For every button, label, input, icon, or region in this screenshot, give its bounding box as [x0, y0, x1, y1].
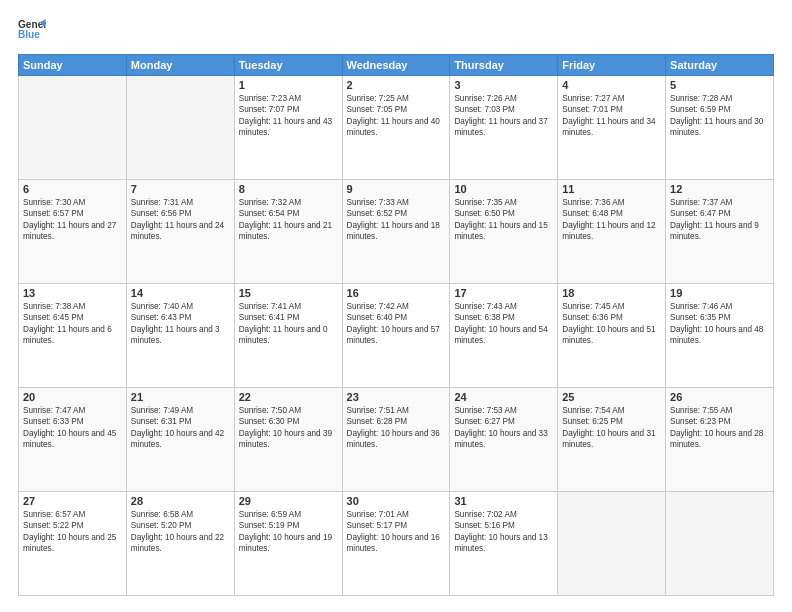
day-cell: 17Sunrise: 7:43 AMSunset: 6:38 PMDayligh… — [450, 284, 558, 388]
day-info: Sunrise: 7:41 AMSunset: 6:41 PMDaylight:… — [239, 301, 338, 347]
day-number: 7 — [131, 183, 230, 195]
day-number: 28 — [131, 495, 230, 507]
day-info: Sunrise: 7:40 AMSunset: 6:43 PMDaylight:… — [131, 301, 230, 347]
calendar: SundayMondayTuesdayWednesdayThursdayFrid… — [18, 54, 774, 596]
day-cell: 9Sunrise: 7:33 AMSunset: 6:52 PMDaylight… — [342, 180, 450, 284]
day-cell: 13Sunrise: 7:38 AMSunset: 6:45 PMDayligh… — [19, 284, 127, 388]
day-cell: 21Sunrise: 7:49 AMSunset: 6:31 PMDayligh… — [126, 388, 234, 492]
day-number: 31 — [454, 495, 553, 507]
day-cell: 2Sunrise: 7:25 AMSunset: 7:05 PMDaylight… — [342, 76, 450, 180]
day-number: 4 — [562, 79, 661, 91]
day-number: 29 — [239, 495, 338, 507]
day-info: Sunrise: 7:32 AMSunset: 6:54 PMDaylight:… — [239, 197, 338, 243]
weekday-friday: Friday — [558, 55, 666, 76]
day-cell: 28Sunrise: 6:58 AMSunset: 5:20 PMDayligh… — [126, 492, 234, 596]
day-number: 17 — [454, 287, 553, 299]
header: General Blue — [18, 16, 774, 44]
day-info: Sunrise: 7:27 AMSunset: 7:01 PMDaylight:… — [562, 93, 661, 139]
day-info: Sunrise: 7:28 AMSunset: 6:59 PMDaylight:… — [670, 93, 769, 139]
day-info: Sunrise: 7:49 AMSunset: 6:31 PMDaylight:… — [131, 405, 230, 451]
day-cell: 18Sunrise: 7:45 AMSunset: 6:36 PMDayligh… — [558, 284, 666, 388]
day-info: Sunrise: 7:37 AMSunset: 6:47 PMDaylight:… — [670, 197, 769, 243]
day-number: 18 — [562, 287, 661, 299]
day-cell: 22Sunrise: 7:50 AMSunset: 6:30 PMDayligh… — [234, 388, 342, 492]
day-number: 9 — [347, 183, 446, 195]
weekday-tuesday: Tuesday — [234, 55, 342, 76]
day-info: Sunrise: 7:01 AMSunset: 5:17 PMDaylight:… — [347, 509, 446, 555]
day-number: 30 — [347, 495, 446, 507]
day-info: Sunrise: 7:46 AMSunset: 6:35 PMDaylight:… — [670, 301, 769, 347]
week-row-3: 13Sunrise: 7:38 AMSunset: 6:45 PMDayligh… — [19, 284, 774, 388]
day-cell: 19Sunrise: 7:46 AMSunset: 6:35 PMDayligh… — [666, 284, 774, 388]
weekday-saturday: Saturday — [666, 55, 774, 76]
day-number: 26 — [670, 391, 769, 403]
day-number: 16 — [347, 287, 446, 299]
day-cell: 4Sunrise: 7:27 AMSunset: 7:01 PMDaylight… — [558, 76, 666, 180]
day-cell: 20Sunrise: 7:47 AMSunset: 6:33 PMDayligh… — [19, 388, 127, 492]
day-cell: 10Sunrise: 7:35 AMSunset: 6:50 PMDayligh… — [450, 180, 558, 284]
weekday-monday: Monday — [126, 55, 234, 76]
day-cell: 11Sunrise: 7:36 AMSunset: 6:48 PMDayligh… — [558, 180, 666, 284]
day-number: 6 — [23, 183, 122, 195]
logo-icon: General Blue — [18, 16, 46, 44]
day-number: 1 — [239, 79, 338, 91]
day-cell: 16Sunrise: 7:42 AMSunset: 6:40 PMDayligh… — [342, 284, 450, 388]
day-number: 8 — [239, 183, 338, 195]
day-cell: 14Sunrise: 7:40 AMSunset: 6:43 PMDayligh… — [126, 284, 234, 388]
day-number: 5 — [670, 79, 769, 91]
day-number: 15 — [239, 287, 338, 299]
day-number: 10 — [454, 183, 553, 195]
day-number: 24 — [454, 391, 553, 403]
day-info: Sunrise: 7:42 AMSunset: 6:40 PMDaylight:… — [347, 301, 446, 347]
day-info: Sunrise: 7:47 AMSunset: 6:33 PMDaylight:… — [23, 405, 122, 451]
day-info: Sunrise: 6:59 AMSunset: 5:19 PMDaylight:… — [239, 509, 338, 555]
day-cell — [558, 492, 666, 596]
svg-text:Blue: Blue — [18, 29, 40, 40]
day-info: Sunrise: 7:50 AMSunset: 6:30 PMDaylight:… — [239, 405, 338, 451]
day-info: Sunrise: 7:53 AMSunset: 6:27 PMDaylight:… — [454, 405, 553, 451]
day-info: Sunrise: 7:55 AMSunset: 6:23 PMDaylight:… — [670, 405, 769, 451]
day-number: 21 — [131, 391, 230, 403]
day-cell: 26Sunrise: 7:55 AMSunset: 6:23 PMDayligh… — [666, 388, 774, 492]
day-cell: 24Sunrise: 7:53 AMSunset: 6:27 PMDayligh… — [450, 388, 558, 492]
day-info: Sunrise: 6:57 AMSunset: 5:22 PMDaylight:… — [23, 509, 122, 555]
day-info: Sunrise: 7:31 AMSunset: 6:56 PMDaylight:… — [131, 197, 230, 243]
day-cell: 15Sunrise: 7:41 AMSunset: 6:41 PMDayligh… — [234, 284, 342, 388]
day-cell: 3Sunrise: 7:26 AMSunset: 7:03 PMDaylight… — [450, 76, 558, 180]
day-cell — [19, 76, 127, 180]
day-info: Sunrise: 7:26 AMSunset: 7:03 PMDaylight:… — [454, 93, 553, 139]
day-cell: 31Sunrise: 7:02 AMSunset: 5:16 PMDayligh… — [450, 492, 558, 596]
day-number: 12 — [670, 183, 769, 195]
page: General Blue SundayMondayTuesdayWednesda… — [0, 0, 792, 612]
day-number: 20 — [23, 391, 122, 403]
day-info: Sunrise: 7:23 AMSunset: 7:07 PMDaylight:… — [239, 93, 338, 139]
weekday-sunday: Sunday — [19, 55, 127, 76]
week-row-4: 20Sunrise: 7:47 AMSunset: 6:33 PMDayligh… — [19, 388, 774, 492]
logo: General Blue — [18, 16, 46, 44]
day-number: 2 — [347, 79, 446, 91]
day-number: 19 — [670, 287, 769, 299]
day-info: Sunrise: 7:30 AMSunset: 6:57 PMDaylight:… — [23, 197, 122, 243]
day-info: Sunrise: 7:36 AMSunset: 6:48 PMDaylight:… — [562, 197, 661, 243]
day-info: Sunrise: 7:02 AMSunset: 5:16 PMDaylight:… — [454, 509, 553, 555]
day-cell: 5Sunrise: 7:28 AMSunset: 6:59 PMDaylight… — [666, 76, 774, 180]
day-info: Sunrise: 6:58 AMSunset: 5:20 PMDaylight:… — [131, 509, 230, 555]
day-cell: 29Sunrise: 6:59 AMSunset: 5:19 PMDayligh… — [234, 492, 342, 596]
day-number: 14 — [131, 287, 230, 299]
day-number: 27 — [23, 495, 122, 507]
day-info: Sunrise: 7:45 AMSunset: 6:36 PMDaylight:… — [562, 301, 661, 347]
day-info: Sunrise: 7:33 AMSunset: 6:52 PMDaylight:… — [347, 197, 446, 243]
day-number: 22 — [239, 391, 338, 403]
day-info: Sunrise: 7:43 AMSunset: 6:38 PMDaylight:… — [454, 301, 553, 347]
day-info: Sunrise: 7:35 AMSunset: 6:50 PMDaylight:… — [454, 197, 553, 243]
day-cell — [126, 76, 234, 180]
day-cell: 7Sunrise: 7:31 AMSunset: 6:56 PMDaylight… — [126, 180, 234, 284]
day-number: 23 — [347, 391, 446, 403]
day-cell: 25Sunrise: 7:54 AMSunset: 6:25 PMDayligh… — [558, 388, 666, 492]
day-info: Sunrise: 7:51 AMSunset: 6:28 PMDaylight:… — [347, 405, 446, 451]
weekday-thursday: Thursday — [450, 55, 558, 76]
day-cell: 8Sunrise: 7:32 AMSunset: 6:54 PMDaylight… — [234, 180, 342, 284]
week-row-2: 6Sunrise: 7:30 AMSunset: 6:57 PMDaylight… — [19, 180, 774, 284]
day-number: 3 — [454, 79, 553, 91]
week-row-5: 27Sunrise: 6:57 AMSunset: 5:22 PMDayligh… — [19, 492, 774, 596]
